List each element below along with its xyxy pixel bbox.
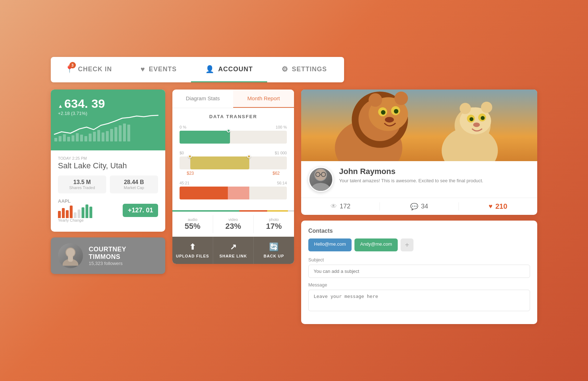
bar2-left-handle[interactable] xyxy=(188,155,192,158)
bar2-track[interactable] xyxy=(180,156,287,169)
svg-rect-13 xyxy=(110,129,113,141)
stock-panel: ▲ 634. 39 +2.18 (3.71%) xyxy=(51,90,165,232)
stock-stats: 13.5 M Shares Traded 28.44 B Market Cap xyxy=(58,175,158,193)
bar3-left: 45:21 xyxy=(180,181,190,185)
events-icon: ♥ xyxy=(141,65,145,73)
nav-checkin[interactable]: 📍 CHECK IN 3 xyxy=(51,57,126,82)
stock-bottom: AAPL xyxy=(58,198,158,226)
stock-chart-area: ▲ 634. 39 +2.18 (3.71%) xyxy=(51,90,165,150)
svg-rect-12 xyxy=(106,131,109,141)
user-card: COURTNEY TIMMONS 15,323 followers xyxy=(51,237,165,274)
bar2-right: $1 000 xyxy=(275,151,287,155)
social-views: 👁 172 xyxy=(301,202,380,211)
bar1-track[interactable] xyxy=(180,131,287,144)
svg-point-33 xyxy=(385,117,394,122)
data-transfer-section: DATA TRANSFER 0 % 100 % $0 xyxy=(172,108,294,210)
message-textarea[interactable] xyxy=(308,290,530,311)
stat-photo-value: 17% xyxy=(256,222,292,231)
svg-rect-7 xyxy=(84,136,87,141)
tab-month-report[interactable]: Month Report xyxy=(233,90,294,108)
social-likes: ♥ 210 xyxy=(459,202,537,211)
diagram-stats-row: audio 55% video 23% photo 17% xyxy=(172,212,294,237)
bar2-value-labels: $23 $62 xyxy=(180,171,287,176)
bar3-right: 56:14 xyxy=(277,181,287,185)
stat-video: video 23% xyxy=(213,215,254,233)
svg-point-32 xyxy=(394,109,398,114)
svg-point-45 xyxy=(311,183,330,192)
bar3-track[interactable] xyxy=(180,187,287,199)
mini-bar-4 xyxy=(70,206,73,218)
account-icon: 👤 xyxy=(205,65,215,73)
content-area: ▲ 634. 39 +2.18 (3.71%) xyxy=(51,90,537,324)
bar1-handle[interactable] xyxy=(227,129,230,132)
likes-count: 210 xyxy=(495,202,507,211)
stock-arrow: ▲ xyxy=(58,103,63,109)
mini-bar-7 xyxy=(82,207,84,218)
pb-gray xyxy=(288,210,294,212)
diagram-actions: ⬆ UPLOAD FILES ↗ SHARE LINK 🔄 BACK UP xyxy=(172,237,294,264)
user-avatar xyxy=(58,243,83,268)
nav-settings[interactable]: ⚙ SETTINGS xyxy=(267,57,341,82)
mini-bar-3 xyxy=(66,210,69,218)
svg-point-28 xyxy=(395,92,408,105)
comment-icon: 💬 xyxy=(410,203,418,211)
svg-rect-11 xyxy=(102,132,104,141)
bar2-fill xyxy=(190,156,249,169)
left-column: ▲ 634. 39 +2.18 (3.71%) xyxy=(51,90,165,274)
bar1-labels: 0 % 100 % xyxy=(180,125,287,129)
stat-video-label: video xyxy=(215,217,251,222)
bar2-val-left: $23 xyxy=(187,171,194,176)
stat-photo: photo 17% xyxy=(254,215,294,233)
pb-green xyxy=(172,210,239,212)
svg-point-46 xyxy=(315,169,327,180)
mini-bar-2 xyxy=(62,208,65,218)
bar2-val-right: $62 xyxy=(273,171,280,176)
svg-point-37 xyxy=(460,103,471,114)
contact-tag-1[interactable]: Hello@me.com xyxy=(308,238,352,251)
svg-rect-0 xyxy=(54,138,57,141)
svg-point-38 xyxy=(481,102,492,113)
stat-video-value: 23% xyxy=(215,222,251,231)
bar-container-1: 0 % 100 % xyxy=(180,125,287,144)
svg-rect-5 xyxy=(76,133,79,141)
mini-bar-8 xyxy=(85,204,88,218)
eye-icon: 👁 xyxy=(330,203,337,210)
backup-label: BACK UP xyxy=(264,254,284,258)
shares-traded-label: Shares Traded xyxy=(62,185,103,190)
svg-point-43 xyxy=(473,122,480,127)
svg-rect-4 xyxy=(72,135,74,141)
nav-account[interactable]: 👤 ACCOUNT xyxy=(191,57,267,82)
backup-btn[interactable]: 🔄 BACK UP xyxy=(254,237,294,264)
nav-events[interactable]: ♥ EVENTS xyxy=(126,57,191,82)
svg-point-42 xyxy=(481,116,485,120)
svg-rect-8 xyxy=(89,134,92,141)
add-contact-btn[interactable]: + xyxy=(401,238,413,251)
upload-files-btn[interactable]: ⬆ UPLOAD FILES xyxy=(172,237,213,264)
market-cap-value: 28.44 B xyxy=(113,179,155,185)
svg-rect-14 xyxy=(114,127,117,141)
market-cap-box: 28.44 B Market Cap xyxy=(110,175,158,193)
profile-social: 👁 172 💬 34 ♥ 210 xyxy=(301,198,537,215)
heart-icon: ♥ xyxy=(489,203,493,210)
message-group: Message xyxy=(308,282,530,313)
subject-input[interactable] xyxy=(308,265,530,278)
shares-traded-box: 13.5 M Shares Traded xyxy=(58,175,106,193)
share-link-btn[interactable]: ↗ SHARE LINK xyxy=(213,237,254,264)
svg-point-27 xyxy=(369,93,382,107)
share-label: SHARE LINK xyxy=(219,254,247,258)
nav-settings-label: SETTINGS xyxy=(292,66,327,73)
profile-avatar xyxy=(308,167,333,192)
bar2-right-handle[interactable] xyxy=(247,155,251,158)
tab-diagram-stats[interactable]: Diagram Stats xyxy=(172,90,233,108)
svg-rect-1 xyxy=(59,136,62,141)
contact-card: Contacts Hello@me.com Andy@me.com + Subj… xyxy=(301,221,537,324)
share-icon: ↗ xyxy=(230,242,237,252)
bar-container-2: $0 $1 000 $23 $62 xyxy=(180,151,287,176)
svg-rect-16 xyxy=(123,124,126,141)
svg-point-31 xyxy=(381,110,386,115)
mini-bar-9 xyxy=(89,207,92,218)
bar1-right: 100 % xyxy=(276,125,287,129)
profile-banner xyxy=(301,90,537,161)
views-count: 172 xyxy=(340,203,351,210)
contact-tag-2[interactable]: Andy@me.com xyxy=(354,238,398,251)
